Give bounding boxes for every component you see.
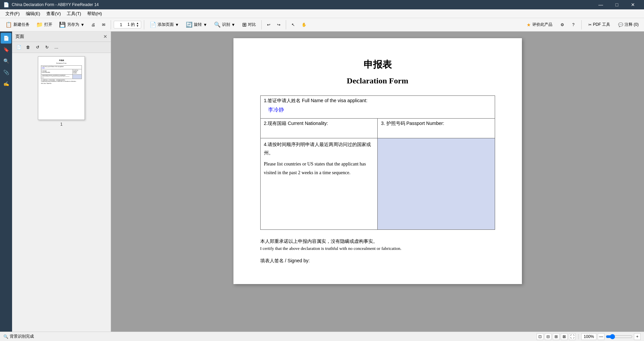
open-icon: 📁 <box>36 21 43 28</box>
page-down-arrow[interactable]: ▼ <box>136 25 139 27</box>
travel-desc-cell: 4.请按时间顺序列明申请人最近两周访问过的国家或州。 Please list c… <box>260 138 378 230</box>
travel-history-cell[interactable] <box>378 138 495 230</box>
hand-button[interactable]: ✋ <box>299 21 309 28</box>
nationality-cell: 2.现有国籍 Current Nationality: <box>260 119 378 138</box>
divider-4 <box>286 20 286 29</box>
recognize-button[interactable]: 🔍 识别 ▼ <box>211 20 238 29</box>
full-screen-button[interactable]: ⛶ <box>569 333 576 340</box>
sidebar-delete-btn[interactable]: 🗑 <box>24 43 32 51</box>
comments-button[interactable]: 💬 注释 (0) <box>615 20 641 29</box>
delete-icon: 🗑 <box>26 45 30 50</box>
page-nav[interactable]: 1 的 ▲ ▼ <box>114 21 141 28</box>
document-view[interactable]: 申报表 Declaration Form 1.签证申请人姓名 Full Name… <box>111 31 644 332</box>
new-task-icon: 📋 <box>5 21 12 28</box>
thumbnail-preview: 申报表 Declaration Form 1.签证申请人姓名 Full Name… <box>40 58 83 118</box>
field1-label: 1.签证申请人姓名 Full Name of the visa applican… <box>264 98 491 104</box>
sidebar-rotate-right-btn[interactable]: ↻ <box>43 43 51 51</box>
app-icon: 📄 <box>3 2 9 7</box>
name-value-container: 李冷静 <box>264 104 491 116</box>
side-attachment-icon[interactable]: 📎 <box>1 67 11 78</box>
side-search-icon[interactable]: 🔍 <box>1 56 11 66</box>
minimize-button[interactable]: — <box>593 0 608 9</box>
window-controls: — □ ✕ <box>593 0 641 9</box>
bg-recognition-status: 🔍 背景识别完成 <box>3 334 34 339</box>
menu-edit[interactable]: 编辑(E) <box>23 10 43 17</box>
window-titlebar: 📄 China Declaration Form - ABBYY FineRea… <box>0 0 644 9</box>
new-task-button[interactable]: 📋 新建任务 <box>3 20 32 29</box>
window-title: China Declaration Form - ABBYY FineReade… <box>12 2 99 7</box>
status-divider-1 <box>578 334 579 339</box>
passport-cell: 3. 护照号码 Passport Number: <box>378 119 495 138</box>
menu-file[interactable]: 文件(F) <box>3 10 22 17</box>
field3-label: 3. 护照号码 Passport Number: <box>381 121 491 127</box>
add-page-icon-small: 📄 <box>16 45 21 50</box>
sidebar-more-btn[interactable]: … <box>52 43 60 51</box>
zoom-in-button[interactable]: + <box>634 333 641 340</box>
maximize-button[interactable]: □ <box>609 0 625 9</box>
actual-size-button[interactable]: ⊞ <box>553 333 559 340</box>
cursor-button[interactable]: ↖ <box>289 21 298 28</box>
form-row-3: 4.请按时间顺序列明申请人最近两周访问过的国家或州。 Please list c… <box>260 138 495 230</box>
open-button[interactable]: 📁 打开 <box>34 20 55 29</box>
zoom-slider[interactable] <box>606 334 633 339</box>
divider-2 <box>144 20 144 29</box>
compare-button[interactable]: ⊞ 对比 <box>239 20 259 29</box>
page-arrows: ▲ ▼ <box>136 22 139 27</box>
add-page-button[interactable]: 📄 添加页面 ▼ <box>147 20 182 29</box>
cert-english: I certify that the above declaration is … <box>260 246 495 251</box>
sidebar-rotate-left-btn[interactable]: ↺ <box>34 43 42 51</box>
doc-sub-title: Declaration Form <box>260 76 495 85</box>
field4-chinese: 4.请按时间顺序列明申请人最近两周访问过的国家或州。 <box>264 140 374 157</box>
rotate-left-icon: ↺ <box>36 45 39 50</box>
toolbar-right: ★ 评价此产品 ⚙ ? ✂ PDF 工具 💬 注释 (0) <box>524 20 641 29</box>
side-icon-panel: 📄 🔖 🔍 📎 ✍ <box>0 31 12 332</box>
page-num-label: 1 <box>60 122 63 127</box>
help-button[interactable]: ? <box>570 21 577 28</box>
status-bar: 🔍 背景识别完成 ⊡ ⊟ ⊞ ⊠ ⛶ 100% — + <box>0 332 644 341</box>
bg-recognition-label: 背景识别完成 <box>10 334 34 339</box>
sidebar-add-btn[interactable]: 📄 <box>15 43 23 51</box>
fit-width-button[interactable]: ⊟ <box>545 333 551 340</box>
form-table: 1.签证申请人姓名 Full Name of the visa applican… <box>260 95 495 230</box>
sidebar-toolbar: 📄 🗑 ↺ ↻ … <box>12 42 111 53</box>
side-pages-icon[interactable]: 📄 <box>1 33 11 44</box>
sidebar-header: 页面 ✕ <box>12 31 111 42</box>
menu-tools[interactable]: 工具(T) <box>64 10 84 17</box>
cert-chinese: 本人郑重承诺以上申报内容属实，没有隐瞒或虚构事实。 <box>260 236 495 246</box>
side-signature-icon[interactable]: ✍ <box>1 78 11 89</box>
pdf-tools-button[interactable]: ✂ PDF 工具 <box>586 20 613 29</box>
save-as-button[interactable]: 💾 另存为 ▼ <box>56 20 87 29</box>
menu-help[interactable]: 帮助(H) <box>85 10 105 17</box>
page-thumbnail-1[interactable]: 申报表 Declaration Form 1.签证申请人姓名 Full Name… <box>38 56 85 120</box>
field1-value: 李冷静 <box>268 107 284 113</box>
menu-bar: 文件(F) 编辑(E) 查看(V) 工具(T) 帮助(H) <box>0 9 644 18</box>
signed-label: 填表人签名 / Signed by: <box>260 258 495 264</box>
rate-button[interactable]: ★ 评价此产品 <box>524 20 555 29</box>
print-button[interactable]: 🖨 <box>89 21 98 28</box>
save-icon: 💾 <box>59 21 66 28</box>
sidebar-title: 页面 <box>15 33 24 40</box>
sidebar-content: 申报表 Declaration Form 1.签证申请人姓名 Full Name… <box>12 53 111 332</box>
email-button[interactable]: ✉ <box>99 21 108 28</box>
rotate-icon: 🔄 <box>186 21 193 28</box>
zoom-out-button[interactable]: — <box>598 333 604 340</box>
redo-button[interactable]: ↪ <box>274 21 283 28</box>
toolbar: 📋 新建任务 📁 打开 💾 另存为 ▼ 🖨 ✉ 1 的 ▲ ▼ 📄 添加页面 ▼… <box>0 18 644 31</box>
divider-3 <box>261 20 262 29</box>
menu-view[interactable]: 查看(V) <box>44 10 63 17</box>
side-bookmark-icon[interactable]: 🔖 <box>1 44 11 55</box>
fit-page-button[interactable]: ⊡ <box>537 333 543 340</box>
rotate-button[interactable]: 🔄 旋转 ▼ <box>183 20 210 29</box>
zoom-value[interactable]: 100% <box>581 333 596 340</box>
page-number-input[interactable] <box>116 22 126 27</box>
form-row-1: 1.签证申请人姓名 Full Name of the visa applican… <box>260 96 495 119</box>
zoom-control: ⊡ ⊟ ⊞ ⊠ ⛶ 100% — + <box>537 333 641 340</box>
sidebar-close-icon[interactable]: ✕ <box>103 34 107 39</box>
settings-button[interactable]: ⚙ <box>558 21 567 28</box>
close-button[interactable]: ✕ <box>625 0 641 9</box>
main-area: 📄 🔖 🔍 📎 ✍ 页面 ✕ 📄 🗑 ↺ ↻ <box>0 31 644 332</box>
multi-page-button[interactable]: ⊠ <box>561 333 568 340</box>
undo-button[interactable]: ↩ <box>264 21 273 28</box>
field4-english: Please list countries or US states that … <box>264 160 374 177</box>
star-icon: ★ <box>527 22 531 27</box>
